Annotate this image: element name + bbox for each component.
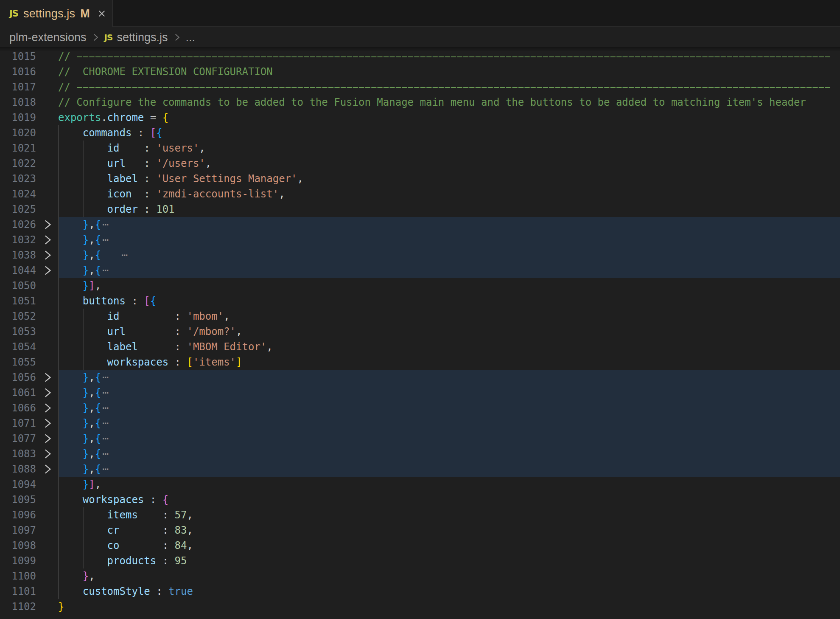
code-line[interactable]: 1051 buttons : [{ — [0, 293, 840, 309]
code-line[interactable]: 1054 label : 'MBOM Editor', — [0, 339, 840, 355]
code-line[interactable]: 1050 }], — [0, 278, 840, 293]
line-number[interactable]: 1018 — [0, 95, 36, 110]
fold-chevron-icon[interactable] — [40, 416, 55, 431]
folded-ellipsis[interactable]: ⋯ — [102, 219, 108, 231]
fold-chevron-icon[interactable] — [40, 232, 55, 248]
code-line[interactable]: 1018// Configure the commands to be adde… — [0, 95, 840, 110]
code-line[interactable]: 1101 customStyle : true — [0, 584, 840, 599]
line-number[interactable]: 1101 — [0, 584, 36, 599]
code-line[interactable]: 1061 },{⋯ — [0, 385, 840, 400]
code-editor[interactable]: 1015// ---------------------------------… — [0, 47, 840, 619]
line-number[interactable]: 1020 — [0, 125, 36, 141]
line-number[interactable]: 1088 — [0, 461, 36, 477]
fold-chevron-icon[interactable] — [40, 248, 55, 263]
code-line[interactable]: 1020 commands : [{ — [0, 125, 840, 141]
line-number[interactable]: 1019 — [0, 110, 36, 125]
breadcrumb-file[interactable]: JS settings.js — [104, 31, 168, 44]
code-line[interactable]: 1071 },{⋯ — [0, 416, 840, 431]
fold-chevron-icon[interactable] — [40, 431, 55, 446]
line-number[interactable]: 1097 — [0, 523, 36, 538]
breadcrumb-folder[interactable]: plm-extensions — [9, 31, 87, 44]
line-number[interactable]: 1052 — [0, 309, 36, 324]
code-line[interactable]: 1025 order : 101 — [0, 202, 840, 217]
fold-chevron-icon[interactable] — [40, 370, 55, 385]
folded-ellipsis[interactable]: ⋯ — [102, 234, 108, 246]
line-number[interactable]: 1099 — [0, 553, 36, 568]
line-number[interactable]: 1051 — [0, 293, 36, 309]
line-number[interactable]: 1094 — [0, 477, 36, 492]
fold-chevron-icon[interactable] — [40, 400, 55, 416]
code-line[interactable]: 1095 workspaces : { — [0, 492, 840, 507]
code-line[interactable]: 1102} — [0, 599, 840, 614]
folded-ellipsis[interactable]: ⋯ — [102, 264, 108, 276]
code-line[interactable]: 1016// CHOROME EXTENSION CONFIGURATION — [0, 64, 840, 79]
breadcrumb-symbol[interactable]: ... — [186, 31, 196, 44]
line-number[interactable]: 1100 — [0, 568, 36, 584]
fold-chevron-icon[interactable] — [40, 217, 55, 232]
line-number[interactable]: 1066 — [0, 400, 36, 416]
code-line[interactable]: 1083 },{⋯ — [0, 446, 840, 461]
folded-ellipsis[interactable]: ⋯ — [102, 463, 108, 475]
code-line[interactable]: 1077 },{⋯ — [0, 431, 840, 446]
code-line[interactable]: 1094 }], — [0, 477, 840, 492]
code-line[interactable]: 1099 products : 95 — [0, 553, 840, 568]
folded-ellipsis[interactable]: ⋯ — [121, 249, 127, 261]
code-line[interactable]: 1097 cr : 83, — [0, 523, 840, 538]
tab-settings-js[interactable]: JS settings.js M — [0, 0, 113, 27]
folded-ellipsis[interactable]: ⋯ — [102, 433, 108, 445]
code-line[interactable]: 1021 id : 'users', — [0, 141, 840, 156]
line-number[interactable]: 1021 — [0, 141, 36, 156]
line-number[interactable]: 1038 — [0, 248, 36, 263]
folded-ellipsis[interactable]: ⋯ — [102, 417, 108, 429]
line-number[interactable]: 1024 — [0, 186, 36, 202]
code-line[interactable]: 1052 id : 'mbom', — [0, 309, 840, 324]
line-number[interactable]: 1056 — [0, 370, 36, 385]
folded-ellipsis[interactable]: ⋯ — [102, 371, 108, 383]
line-number[interactable]: 1026 — [0, 217, 36, 232]
code-line[interactable]: 1023 label : 'User Settings Manager', — [0, 171, 840, 186]
code-line[interactable]: 1044 },{⋯ — [0, 263, 840, 278]
fold-chevron-icon[interactable] — [40, 385, 55, 400]
code-line[interactable]: 1088 },{⋯ — [0, 461, 840, 477]
folded-ellipsis[interactable]: ⋯ — [102, 387, 108, 399]
code-line[interactable]: 1096 items : 57, — [0, 507, 840, 523]
code-line[interactable]: 1100 }, — [0, 568, 840, 584]
code-line[interactable]: 1026 },{⋯ — [0, 217, 840, 232]
fold-chevron-icon[interactable] — [40, 263, 55, 278]
code-line[interactable]: 1098 co : 84, — [0, 538, 840, 553]
close-icon[interactable] — [95, 7, 109, 20]
line-number[interactable]: 1098 — [0, 538, 36, 553]
code-line[interactable]: 1056 },{⋯ — [0, 370, 840, 385]
code-line[interactable]: 1019exports.chrome = { — [0, 110, 840, 125]
line-number[interactable]: 1050 — [0, 278, 36, 293]
line-number[interactable]: 1053 — [0, 324, 36, 339]
line-number[interactable]: 1022 — [0, 156, 36, 171]
line-number[interactable]: 1023 — [0, 171, 36, 186]
line-number[interactable]: 1077 — [0, 431, 36, 446]
line-number[interactable]: 1017 — [0, 79, 36, 95]
line-number[interactable]: 1032 — [0, 232, 36, 248]
line-number[interactable]: 1044 — [0, 263, 36, 278]
line-number[interactable]: 1096 — [0, 507, 36, 523]
line-number[interactable]: 1102 — [0, 599, 36, 614]
code-line[interactable]: 1032 },{⋯ — [0, 232, 840, 248]
fold-chevron-icon[interactable] — [40, 446, 55, 461]
line-number[interactable]: 1016 — [0, 64, 36, 79]
line-number[interactable]: 1061 — [0, 385, 36, 400]
code-line[interactable]: 1017// ---------------------------------… — [0, 79, 840, 95]
line-number[interactable]: 1071 — [0, 416, 36, 431]
line-number[interactable]: 1055 — [0, 355, 36, 370]
line-number[interactable]: 1054 — [0, 339, 36, 355]
fold-chevron-icon[interactable] — [40, 461, 55, 477]
line-number[interactable]: 1095 — [0, 492, 36, 507]
folded-ellipsis[interactable]: ⋯ — [102, 448, 108, 460]
line-number[interactable]: 1083 — [0, 446, 36, 461]
code-line[interactable]: 1055 workspaces : ['items'] — [0, 355, 840, 370]
folded-ellipsis[interactable]: ⋯ — [102, 402, 108, 414]
code-line[interactable]: 1053 url : '/mbom?', — [0, 324, 840, 339]
code-line[interactable]: 1022 url : '/users', — [0, 156, 840, 171]
code-line[interactable]: 1038 },{⋯ — [0, 248, 840, 263]
code-line[interactable]: 1066 },{⋯ — [0, 400, 840, 416]
code-line[interactable]: 1024 icon : 'zmdi-accounts-list', — [0, 186, 840, 202]
line-number[interactable]: 1025 — [0, 202, 36, 217]
